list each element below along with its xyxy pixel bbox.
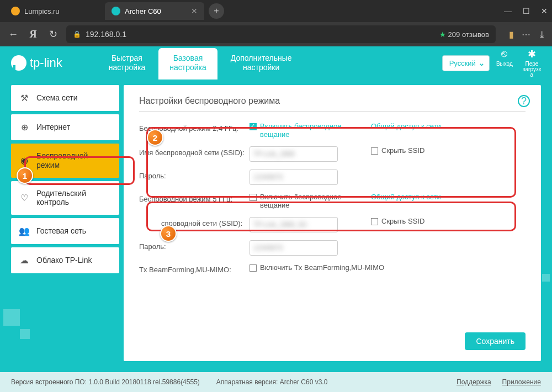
sidebar-item-wireless[interactable]: ◉ Беспроводной режим <box>11 144 119 178</box>
checkbox-5-enable[interactable]: Включить беспроводное вещание <box>250 193 360 209</box>
sidebar-item-parental[interactable]: ♡ Родительский контроль <box>11 181 119 215</box>
link-support[interactable]: Поддержка <box>457 378 491 386</box>
close-tab-icon[interactable]: ✕ <box>191 7 198 15</box>
cloud-icon: ☁ <box>19 255 30 266</box>
tab-advanced[interactable]: Дополнительные настройки <box>220 48 303 80</box>
heart-icon: ♡ <box>19 193 30 203</box>
checkbox-5-hide[interactable]: Скрыть SSID <box>371 217 526 225</box>
tab-basic[interactable]: Базовая настройка <box>158 48 217 80</box>
checkbox-icon <box>250 123 257 130</box>
yandex-button[interactable]: Я <box>26 29 40 40</box>
tab-archer[interactable]: Archer C60 ✕ <box>105 2 204 20</box>
save-button[interactable]: Сохранить <box>465 332 526 350</box>
checkbox-mimo[interactable]: Включить Tx BeamForming,MU-MIMO <box>250 263 384 272</box>
label-24-mode: Беспроводной режим 2,4 ГГц: <box>139 122 250 133</box>
page-title: Настройки беспроводного режима <box>139 96 526 112</box>
label-24-pwd: Пароль: <box>139 169 250 180</box>
firmware-version: Версия встроенного ПО: 1.0.0 Build 20180… <box>11 378 200 386</box>
content-panel: ? Настройки беспроводного режима Беспров… <box>124 85 541 361</box>
reviews-badge[interactable]: ★ 209 отзывов <box>439 30 489 39</box>
label-24-ssid: Имя беспроводной сети (SSID): <box>139 146 250 157</box>
link-app[interactable]: Приложение <box>502 378 541 386</box>
hardware-version: Аппаратная версия: Archer C60 v3.0 <box>216 378 328 386</box>
logout-icon: ⎋ <box>501 48 507 60</box>
checkbox-icon <box>371 147 378 155</box>
reload-button[interactable]: ↻ <box>46 28 60 40</box>
tab-quick-setup[interactable]: Быстрая настройка <box>98 48 157 80</box>
tab-lumpics[interactable]: Lumpics.ru <box>4 2 104 20</box>
label-5-ssid: спроводной сети (SSID): <box>139 217 250 227</box>
back-button[interactable]: ← <box>7 29 20 40</box>
sidebar-item-guest[interactable]: 👥 Гостевая сеть <box>11 218 119 244</box>
tab-favicon <box>11 7 20 15</box>
logo: tp-link <box>11 55 62 71</box>
link-5-share[interactable]: Общий доступ к сети <box>371 193 441 201</box>
reboot-icon: ✱ <box>528 48 536 60</box>
download-icon[interactable]: ⤓ <box>538 29 545 40</box>
url-input[interactable]: 🔒 192.168.0.1 ★ 209 отзывов <box>66 25 496 43</box>
network-icon: ⚒ <box>19 93 30 103</box>
checkbox-icon <box>250 194 257 201</box>
bookmark-icon[interactable]: ▮ <box>509 29 514 40</box>
link-24-share[interactable]: Общий доступ к сети <box>371 122 441 130</box>
star-icon: ★ <box>439 30 446 39</box>
menu-icon[interactable]: ⋯ <box>522 29 530 40</box>
input-24-ssid[interactable]: TP-Link_2869 <box>250 146 338 162</box>
label-mimo: Tx BeamForming,MU-MIMO: <box>139 263 250 274</box>
lock-icon: 🔒 <box>73 30 81 38</box>
top-bar: tp-link Быстрая настройка Базовая настро… <box>0 46 552 80</box>
people-icon: 👥 <box>19 226 30 236</box>
maximize-button[interactable]: ☐ <box>523 7 530 15</box>
checkbox-24-hide[interactable]: Скрыть SSID <box>371 146 526 155</box>
tab-favicon <box>112 7 120 15</box>
browser-tab-bar: Lumpics.ru Archer C60 ✕ + — ☐ ✕ <box>0 0 552 22</box>
sidebar-item-internet[interactable]: ⊕ Интернет <box>11 114 119 140</box>
wifi-icon: ◉ <box>19 155 30 166</box>
input-5-pwd[interactable]: 12345670 <box>250 240 338 256</box>
minimize-button[interactable]: — <box>504 7 512 15</box>
reboot-button[interactable]: ✱ Пере загрузк а <box>523 48 541 78</box>
checkbox-icon <box>250 264 257 272</box>
sidebar-item-network-map[interactable]: ⚒ Схема сети <box>11 85 119 111</box>
router-app: tp-link Быстрая настройка Базовая настро… <box>0 46 552 392</box>
input-5-ssid[interactable]: TP-Link_2869_5G <box>250 217 338 232</box>
logout-button[interactable]: ⎋ Выход <box>496 48 513 78</box>
tab-title: Lumpics.ru <box>24 7 60 15</box>
footer: Версия встроенного ПО: 1.0.0 Build 20180… <box>0 372 552 392</box>
close-window-button[interactable]: ✕ <box>541 7 548 15</box>
address-bar: ← Я ↻ 🔒 192.168.0.1 ★ 209 отзывов ▮ ⋯ ⤓ <box>0 22 552 46</box>
new-tab-button[interactable]: + <box>209 3 224 19</box>
checkbox-icon <box>371 218 378 225</box>
logo-icon <box>11 55 26 71</box>
sidebar-item-cloud[interactable]: ☁ Облако TP-Link <box>11 247 119 273</box>
label-5-pwd: Пароль: <box>139 240 250 251</box>
globe-icon: ⊕ <box>19 122 30 133</box>
url-text: 192.168.0.1 <box>86 30 126 39</box>
tab-title: Archer C60 <box>125 7 161 15</box>
input-24-pwd[interactable]: 12345670 <box>250 169 338 185</box>
checkbox-24-enable[interactable]: Включить беспроводное вещание <box>250 122 360 139</box>
help-icon[interactable]: ? <box>518 95 530 107</box>
label-5-mode: Беспроводной режим 5 ГГц: <box>139 193 250 203</box>
language-select[interactable]: Русский <box>442 55 490 71</box>
